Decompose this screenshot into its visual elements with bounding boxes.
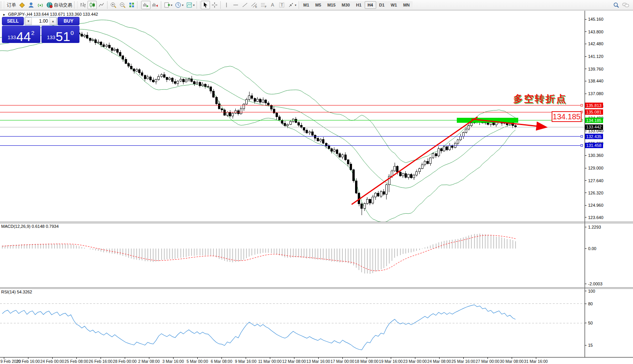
svg-text:135.081: 135.081: [586, 110, 602, 114]
tile-windows-icon: [128, 2, 135, 8]
svg-text:5 Mar 00:00: 5 Mar 00:00: [187, 359, 208, 364]
indicators-button[interactable]: ▾: [185, 1, 196, 9]
svg-text:T: T: [281, 3, 283, 7]
clock-icon: [175, 2, 182, 8]
chart-bars-button[interactable]: [78, 1, 88, 9]
community-button[interactable]: [26, 1, 36, 9]
zoom-out-button[interactable]: [118, 1, 127, 9]
svg-text:129.000: 129.000: [588, 166, 603, 170]
svg-text:-2.0003: -2.0003: [588, 282, 602, 286]
cursor-button[interactable]: [201, 1, 210, 9]
search-icon: [613, 2, 620, 8]
tile-windows-button[interactable]: [127, 1, 136, 9]
tab-timeframe-d1[interactable]: D1: [376, 1, 388, 9]
svg-text:27 Mar 00:00: 27 Mar 00:00: [476, 359, 499, 364]
chevron-down-icon: ▾: [193, 3, 195, 7]
tab-timeframe-m30[interactable]: M30: [339, 1, 353, 9]
buy-price-quote[interactable]: 133 51 0: [41, 26, 80, 43]
new-order-button[interactable]: 订单: [5, 1, 17, 9]
new-chart-button[interactable]: ▾: [162, 1, 174, 9]
candles-layer: [78, 32, 517, 215]
svg-text:6 Mar 08:00: 6 Mar 08:00: [211, 359, 232, 364]
svg-text:31 Mar 16:00: 31 Mar 16:00: [524, 359, 548, 364]
zoom-in-button[interactable]: [109, 1, 118, 9]
equidistant-channel-button[interactable]: E: [250, 1, 259, 9]
trendline-button[interactable]: [240, 1, 250, 9]
svg-text:134.185: 134.185: [586, 118, 602, 123]
chart-shift-button[interactable]: [150, 1, 160, 9]
tab-timeframe-mn[interactable]: MN: [400, 1, 413, 9]
svg-text:23 Mar 00:00: 23 Mar 00:00: [403, 359, 427, 364]
main-chart-canvas[interactable]: 145.160143.800142.480141.120139.760138.4…: [0, 0, 633, 364]
toolbar-separator: [161, 1, 161, 9]
sell-price-handle: 133: [8, 35, 16, 40]
tab-timeframe-m5[interactable]: M5: [312, 1, 324, 9]
svg-text:80: 80: [588, 301, 593, 306]
chart-candles-button[interactable]: [88, 1, 97, 9]
autotrade-button[interactable]: 自动交易: [45, 1, 73, 9]
sell-button[interactable]: SELL: [2, 17, 24, 25]
svg-text:3 Mar 16:00: 3 Mar 16:00: [162, 359, 184, 364]
svg-text:25 Feb 08:00: 25 Feb 08:00: [64, 359, 88, 364]
svg-text:137.080: 137.080: [588, 91, 603, 96]
svg-text:15: 15: [588, 343, 593, 348]
tab-timeframe-h4[interactable]: H4: [365, 1, 376, 9]
toolbar-separator: [107, 1, 107, 9]
macd-layer: [2, 234, 516, 273]
bollinger-bands-layer: [0, 20, 516, 222]
vertical-line-button[interactable]: [222, 1, 231, 9]
svg-text:124.960: 124.960: [588, 203, 603, 208]
buy-button[interactable]: BUY: [58, 17, 79, 25]
ohlc-open: 133.644: [33, 12, 49, 16]
profiles-button[interactable]: ▾: [174, 1, 185, 9]
volume-input[interactable]: [32, 17, 50, 25]
fibonacci-button[interactable]: F: [259, 1, 268, 9]
arrows-icon: [288, 2, 294, 8]
zoom-out-icon: [119, 2, 126, 8]
tab-timeframe-m1[interactable]: M1: [300, 1, 312, 9]
market-watch-button[interactable]: [17, 1, 26, 9]
ohlc-close: 133.442: [83, 12, 98, 16]
ohlc-high: 133.671: [50, 12, 65, 16]
svg-text:9 Mar 16:00: 9 Mar 16:00: [235, 359, 256, 364]
tab-timeframe-w1[interactable]: W1: [388, 1, 400, 9]
price-callout[interactable]: 134.185: [552, 111, 582, 122]
chat-button[interactable]: [621, 1, 631, 9]
zoom-in-icon: [110, 2, 117, 8]
symbol-name: GBPJPY-,H4: [8, 12, 32, 16]
bar-chart-icon: [79, 2, 86, 8]
sell-price-quote[interactable]: 133 44 2: [2, 26, 40, 43]
auto-scroll-button[interactable]: [141, 1, 150, 9]
horizontal-line-button[interactable]: [231, 1, 240, 9]
svg-text:28 Feb 00:00: 28 Feb 00:00: [113, 359, 137, 364]
turning-point-annotation[interactable]: 多空转折点: [513, 92, 567, 105]
chart-line-button[interactable]: [97, 1, 106, 9]
autotrade-globe-icon: [46, 2, 53, 8]
volume-increase-button[interactable]: ▲: [50, 17, 56, 25]
horizontal-line-icon: [232, 2, 239, 8]
tab-timeframe-m15[interactable]: M15: [324, 1, 339, 9]
rsi-value: 54.3262: [17, 290, 32, 294]
chevron-down-icon: ▾: [171, 3, 172, 7]
search-button[interactable]: [612, 1, 621, 9]
red-trendline: [352, 117, 478, 204]
svg-text:13 Mar 16:00: 13 Mar 16:00: [306, 359, 330, 364]
svg-text:127.640: 127.640: [588, 178, 603, 183]
macd-values: 0.6148 0.7934: [31, 224, 58, 229]
text-label-button[interactable]: T: [277, 1, 286, 9]
toolbar-grip: [1, 2, 4, 8]
volume-decrease-button[interactable]: ▼: [25, 17, 32, 25]
svg-text:18 Mar 08:00: 18 Mar 08:00: [355, 359, 378, 364]
svg-text:143.800: 143.800: [588, 30, 603, 34]
signals-button[interactable]: [36, 1, 45, 9]
chart-shift-icon: [152, 2, 159, 8]
crosshair-button[interactable]: [210, 1, 219, 9]
crosshair-icon: [211, 2, 218, 8]
svg-text:131.458: 131.458: [586, 143, 602, 148]
cursor-arrow-icon: [202, 2, 209, 8]
tab-timeframe-h1[interactable]: H1: [353, 1, 364, 9]
text-button[interactable]: A: [268, 1, 277, 9]
svg-text:2 Mar 08:00: 2 Mar 08:00: [138, 359, 160, 364]
autotrade-label: 自动交易: [54, 2, 72, 8]
arrows-button[interactable]: ▾: [286, 1, 297, 9]
